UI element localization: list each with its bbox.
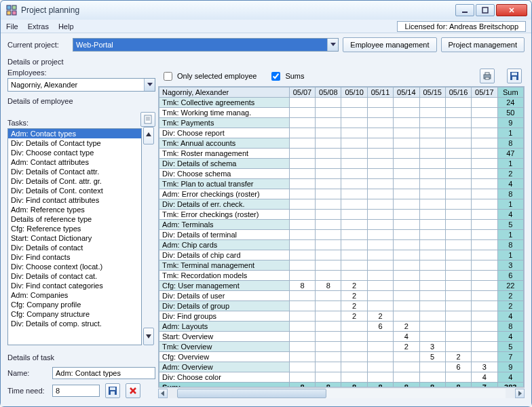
grid-cell[interactable] — [289, 98, 315, 108]
grid-cell[interactable] — [289, 291, 315, 301]
grid-row[interactable]: Div: Details of schema1 — [159, 159, 524, 169]
task-name-input[interactable] — [52, 367, 155, 379]
grid-row[interactable]: Adm: Terminals5 — [159, 220, 524, 230]
grid-cell[interactable] — [472, 342, 497, 352]
grid-cell[interactable] — [472, 311, 497, 322]
grid-cell[interactable] — [316, 372, 341, 383]
grid-cell[interactable] — [341, 240, 367, 250]
grid-cell[interactable] — [394, 240, 419, 250]
grid-row[interactable]: Tmk: Working time manag.50 — [159, 108, 524, 118]
grid-row[interactable]: Tmk: Roster management47 — [159, 149, 524, 159]
grid-row[interactable]: Start: Overview44 — [159, 332, 524, 342]
grid-cell[interactable] — [394, 291, 419, 301]
grid-cell[interactable] — [367, 159, 393, 169]
grid-cell[interactable] — [445, 128, 471, 138]
grid-cell[interactable] — [419, 149, 445, 159]
grid-cell[interactable] — [445, 372, 471, 383]
grid-cell[interactable] — [316, 98, 341, 108]
grid-cell[interactable] — [289, 149, 315, 159]
grid-cell[interactable] — [367, 342, 393, 352]
grid-cell[interactable] — [419, 372, 445, 383]
grid-cell[interactable] — [289, 128, 315, 138]
grid-cell[interactable] — [289, 240, 315, 250]
grid-cell[interactable] — [419, 138, 445, 149]
grid-cell[interactable] — [341, 362, 367, 372]
grid-cell[interactable] — [289, 199, 315, 210]
grid-cell[interactable]: 8 — [289, 281, 315, 291]
grid-cell[interactable] — [419, 108, 445, 118]
task-item[interactable]: Adm: Companies — [8, 290, 141, 300]
grid-cell[interactable] — [445, 199, 471, 210]
grid-cell[interactable] — [316, 189, 341, 199]
grid-cell[interactable] — [341, 128, 367, 138]
task-note-button[interactable] — [140, 112, 155, 127]
grid-cell[interactable] — [394, 301, 419, 311]
scroll-thumb[interactable] — [177, 389, 326, 398]
menu-file[interactable]: File — [6, 22, 18, 31]
grid-cell[interactable] — [367, 281, 393, 291]
grid-cell[interactable] — [289, 108, 315, 118]
grid-cell[interactable] — [394, 199, 419, 210]
grid-cell[interactable] — [419, 169, 445, 179]
grid-cell[interactable] — [367, 332, 393, 342]
grid-row[interactable]: Adm: Chip cards8 — [159, 240, 524, 250]
employees-combo[interactable]: Nagorniy, Alexander — [7, 78, 155, 92]
grid-cell[interactable] — [289, 138, 315, 149]
sums-checkbox[interactable]: Sums — [269, 70, 304, 83]
grid-cell[interactable] — [394, 271, 419, 281]
grid-cell[interactable] — [316, 149, 341, 159]
grid-cell[interactable] — [316, 179, 341, 189]
task-item[interactable]: Div: Details of Contact attr. — [8, 167, 141, 176]
grid-cell[interactable] — [419, 260, 445, 271]
grid-cell[interactable] — [341, 352, 367, 362]
grid-cell[interactable] — [445, 179, 471, 189]
current-project-combo[interactable]: Web-Portal — [73, 38, 339, 52]
grid-row[interactable]: Tmk: Error checkings (roster)4 — [159, 210, 524, 220]
grid-cell[interactable] — [394, 159, 419, 169]
grid-cell[interactable]: 2 — [341, 311, 367, 322]
task-item[interactable]: Div: Details of Contact type — [8, 138, 141, 148]
grid-cell[interactable] — [341, 199, 367, 210]
grid-cell[interactable] — [445, 291, 471, 301]
grid-cell[interactable] — [367, 169, 393, 179]
grid-cell[interactable] — [394, 220, 419, 230]
grid-cell[interactable] — [419, 159, 445, 169]
grid-cell[interactable] — [419, 301, 445, 311]
time-need-input[interactable] — [52, 385, 100, 397]
grid-cell[interactable] — [289, 169, 315, 179]
grid-cell[interactable] — [367, 352, 393, 362]
grid-cell[interactable]: 2 — [367, 311, 393, 322]
grid-cell[interactable] — [445, 108, 471, 118]
grid-cell[interactable] — [289, 189, 315, 199]
grid-cell[interactable] — [316, 210, 341, 220]
grid-cell[interactable] — [367, 179, 393, 189]
grid-cell[interactable] — [316, 230, 341, 240]
task-item[interactable]: Div: Details of Cont. context — [8, 186, 141, 195]
grid-cell[interactable] — [341, 250, 367, 260]
grid-cell[interactable]: 3 — [419, 342, 445, 352]
grid-row[interactable]: Div: Choose color44 — [159, 372, 524, 383]
grid-cell[interactable] — [394, 169, 419, 179]
grid-cell[interactable] — [472, 179, 497, 189]
grid-cell[interactable] — [445, 250, 471, 260]
grid-cell[interactable] — [289, 322, 315, 332]
grid-cell[interactable] — [419, 240, 445, 250]
grid-cell[interactable] — [472, 138, 497, 149]
task-item[interactable]: Details of reference type — [8, 214, 141, 224]
grid-cell[interactable] — [367, 108, 393, 118]
grid-cell[interactable] — [289, 342, 315, 352]
grid-cell[interactable] — [445, 220, 471, 230]
grid-cell[interactable] — [289, 260, 315, 271]
grid-cell[interactable] — [316, 332, 341, 342]
task-item[interactable]: Div: Find contacts — [8, 252, 141, 262]
grid-row[interactable]: Div: Details of terminal1 — [159, 230, 524, 240]
grid-cell[interactable] — [316, 291, 341, 301]
grid-row[interactable]: Adm: Error checkings (roster)8 — [159, 189, 524, 199]
grid-cell[interactable] — [472, 128, 497, 138]
grid-cell[interactable] — [341, 230, 367, 240]
grid-cell[interactable] — [367, 250, 393, 260]
grid-cell[interactable] — [394, 250, 419, 260]
task-item[interactable]: Adm: Contact attributes — [8, 157, 141, 167]
grid-row[interactable]: Tmk: Payments9 — [159, 118, 524, 128]
grid-cell[interactable] — [394, 149, 419, 159]
